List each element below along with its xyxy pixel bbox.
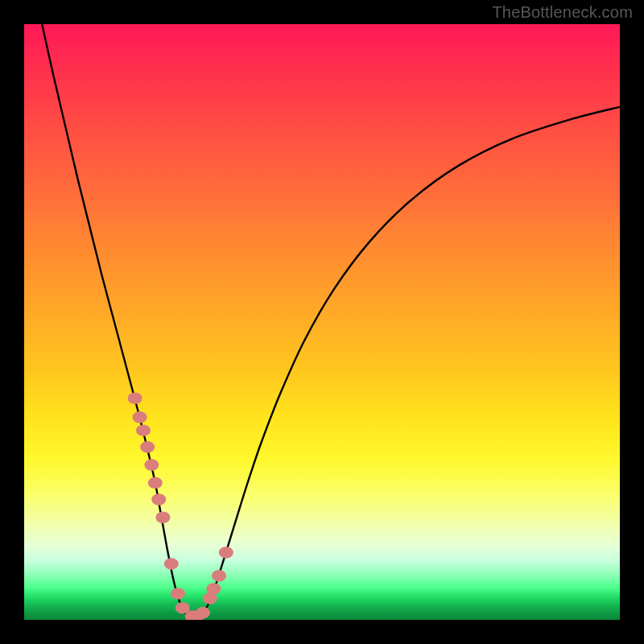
data-marker [164, 558, 179, 570]
data-marker [144, 459, 159, 471]
data-marker [196, 607, 210, 619]
data-marker [133, 411, 147, 423]
data-marker [148, 477, 163, 489]
data-marker [219, 547, 233, 559]
plot-area [24, 24, 620, 620]
data-marker [212, 570, 226, 582]
curve-layer [42, 24, 620, 618]
data-marker [151, 493, 166, 506]
data-marker [128, 392, 142, 404]
data-marker [155, 511, 170, 523]
bottleneck-curve [42, 24, 620, 618]
watermark-text: TheBottleneck.com [492, 3, 633, 22]
data-marker [171, 588, 185, 600]
data-marker [140, 441, 155, 453]
chart-frame: TheBottleneck.com [0, 0, 644, 644]
chart-svg [24, 24, 620, 620]
marker-layer [128, 392, 233, 620]
data-marker [136, 424, 151, 436]
data-marker [206, 583, 221, 595]
